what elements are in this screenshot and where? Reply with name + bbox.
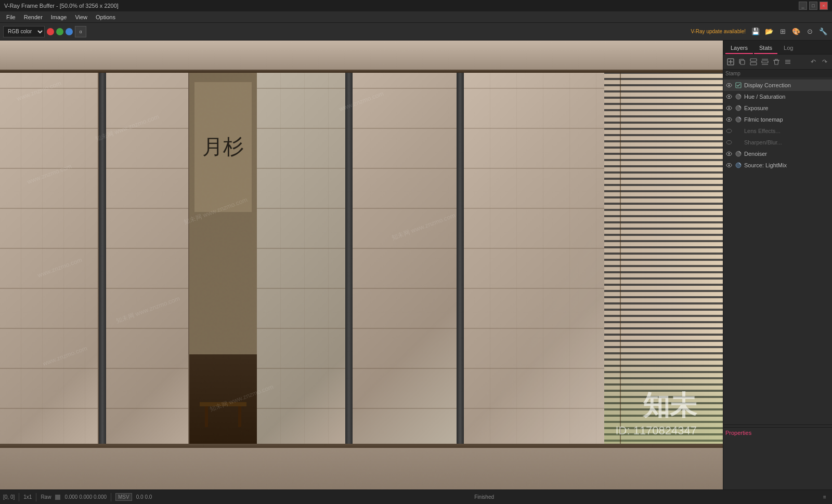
layer-name-lightmix: Source: LightMix [744,162,830,168]
layer-exposure[interactable]: Exposure [723,102,832,114]
status-values: 0.000 0.000 0.000 [64,494,107,500]
filmic-icon [735,116,742,123]
close-button[interactable]: × [820,2,828,10]
lens-icon [735,127,742,135]
menu-render[interactable]: Render [20,13,47,21]
eye-icon-7[interactable] [725,162,733,169]
status-coords: [0, 0] [3,494,15,500]
layer-filmic-tonemap[interactable]: Filmic tonemap [723,114,832,125]
green-channel-button[interactable] [56,28,63,35]
maximize-button[interactable]: □ [809,2,817,10]
svg-rect-4 [750,62,757,65]
status-finished: Finished [474,494,494,500]
svg-rect-2 [740,60,745,64]
menu-image[interactable]: Image [47,13,71,21]
duplicate-layer-button[interactable] [737,57,747,67]
panel-tabs: Layers Stats Log [723,41,832,55]
svg-point-21 [729,119,730,121]
eye-icon-5[interactable] [725,139,733,146]
layers-list: Display Correction Hue / Saturation [723,77,832,422]
hue-saturation-icon [735,93,742,100]
color-mode-select[interactable]: RGB color [3,26,45,37]
eye-icon-4[interactable] [725,127,733,135]
svg-point-23 [726,129,732,133]
svg-point-26 [729,153,730,155]
layer-lens-effects[interactable]: Lens Effects... [723,125,832,137]
status-bar: [0, 0] 1x1 Raw 0.000 0.000 0.000 MSV 0.0… [0,489,832,504]
status-raw: Raw [41,494,51,500]
title-bar: V-Ray Frame Buffer - [50.0% of 3256 x 22… [0,0,832,11]
status-divider-1 [19,493,19,501]
menu-options[interactable]: Options [92,13,120,21]
lightmix-icon [735,162,742,169]
delete-layer-button[interactable] [771,57,782,67]
menu-file[interactable]: File [2,13,20,21]
layer-name-filmic: Filmic tonemap [744,116,830,123]
open-image-button[interactable]: 📂 [763,26,775,37]
alpha-button[interactable]: α [75,26,86,37]
tab-layers[interactable]: Layers [725,43,753,54]
flatten-button[interactable] [760,57,770,67]
eye-icon-6[interactable] [725,150,733,157]
main-layout: 月杉 [0,41,832,489]
layer-name-exposure: Exposure [744,105,830,111]
blue-channel-button[interactable] [66,28,73,35]
sharpen-icon [735,139,742,146]
layer-options-button[interactable] [783,57,793,67]
update-notice: V-Ray update available! [691,29,746,34]
chinese-calligraphy: 月杉 [202,135,244,160]
svg-point-15 [729,96,730,98]
znzmo-logo: 知未 ID: 1170824347 [615,388,697,437]
add-layer-button[interactable] [725,57,736,67]
layer-name-lens: Lens Effects... [744,128,830,134]
logo-id-text: ID: 1170824347 [615,424,697,437]
logo-chinese-text: 知未 [615,388,697,424]
svg-rect-5 [762,61,768,63]
copy-button[interactable]: ⊞ [777,26,788,37]
redo-button[interactable]: ↷ [820,57,830,67]
red-channel-button[interactable] [47,28,54,35]
status-divider-3 [111,493,111,501]
svg-point-18 [729,108,730,109]
render-image: 月杉 [0,41,723,489]
reset-button[interactable]: ⊙ [804,26,815,37]
settings-button[interactable]: 🔧 [817,26,829,37]
svg-rect-3 [750,59,757,61]
layer-lightmix[interactable]: Source: LightMix [723,160,832,171]
color-picker-button[interactable]: 🎨 [790,26,802,37]
menu-bar: File Render Image View Options [0,11,832,23]
status-color-swatch [55,495,60,500]
undo-button[interactable]: ↶ [808,57,818,67]
layer-name-denoiser: Denoiser [744,151,830,157]
window-title: V-Ray Frame Buffer - [50.0% of 3256 x 22… [4,3,119,9]
layer-denoiser[interactable]: Denoiser [723,148,832,160]
tab-log[interactable]: Log [778,43,798,54]
status-mode: 1x1 [23,494,32,500]
eye-icon-0[interactable] [725,82,733,89]
layer-name-sharpen: Sharpen/Blur... [744,139,830,145]
status-menu-button[interactable]: ≡ [821,493,829,501]
svg-point-12 [729,85,730,86]
layer-name-hue: Hue / Saturation [744,94,830,100]
render-viewport[interactable]: 月杉 [0,41,723,489]
right-panel: Layers Stats Log ↶ [723,41,832,489]
svg-point-29 [729,165,730,166]
layer-sharpen-blur[interactable]: Sharpen/Blur... [723,137,832,148]
properties-section: Properties [723,427,832,489]
eye-icon-1[interactable] [725,93,733,100]
menu-view[interactable]: View [71,13,92,21]
layer-hue-saturation[interactable]: Hue / Saturation [723,91,832,102]
window-controls[interactable]: _ □ × [799,2,828,10]
merge-layers-button[interactable] [748,57,759,67]
toolbar: RGB color α V-Ray update available! 💾 📂 … [0,23,832,41]
status-divider-2 [36,493,36,501]
stamp-group-header: Stamp [723,70,832,77]
panel-separator [723,425,832,425]
minimize-button[interactable]: _ [799,2,807,10]
eye-icon-2[interactable] [725,104,733,112]
save-image-button[interactable]: 💾 [750,26,761,37]
tab-stats[interactable]: Stats [754,43,777,54]
correction-icon [735,82,742,89]
layer-display-correction[interactable]: Display Correction [723,79,832,91]
eye-icon-3[interactable] [725,116,733,123]
